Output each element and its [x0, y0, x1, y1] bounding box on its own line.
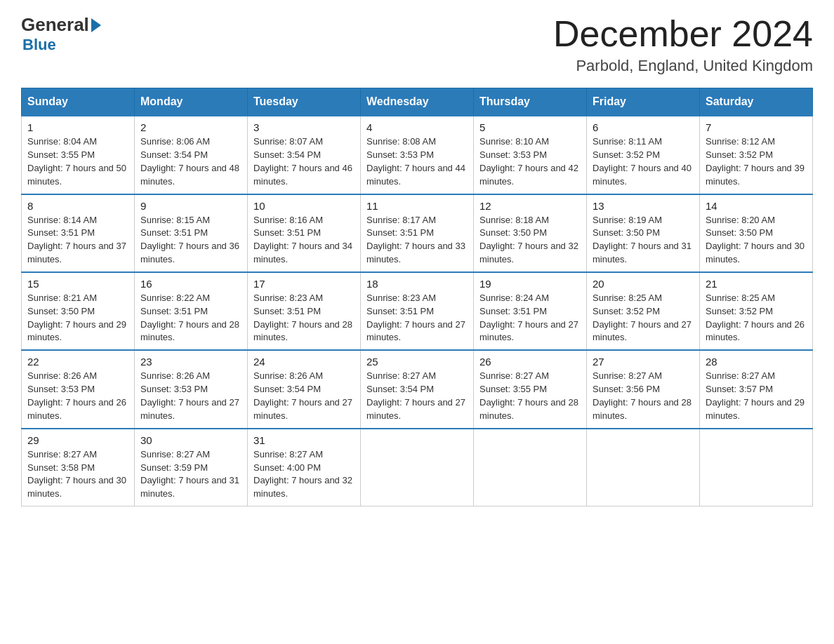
day-info: Sunrise: 8:27 AMSunset: 4:00 PMDaylight:… — [253, 448, 355, 501]
day-info: Sunrise: 8:23 AMSunset: 3:51 PMDaylight:… — [253, 292, 355, 344]
day-info: Sunrise: 8:19 AMSunset: 3:50 PMDaylight:… — [593, 214, 694, 267]
logo-arrow-icon — [91, 18, 101, 32]
day-number: 23 — [140, 356, 241, 368]
calendar-cell: 12Sunrise: 8:18 AMSunset: 3:50 PMDayligh… — [474, 194, 587, 272]
page-header: General Blue December 2024 Parbold, Engl… — [21, 14, 813, 75]
calendar-cell: 19Sunrise: 8:24 AMSunset: 3:51 PMDayligh… — [474, 272, 587, 350]
day-info: Sunrise: 8:27 AMSunset: 3:57 PMDaylight:… — [706, 370, 807, 422]
calendar-cell: 2Sunrise: 8:06 AMSunset: 3:54 PMDaylight… — [135, 116, 248, 194]
day-info: Sunrise: 8:12 AMSunset: 3:52 PMDaylight:… — [706, 135, 807, 188]
calendar-cell — [474, 429, 587, 507]
calendar-cell — [587, 429, 700, 507]
header-monday: Monday — [135, 88, 248, 116]
calendar-cell: 8Sunrise: 8:14 AMSunset: 3:51 PMDaylight… — [22, 194, 135, 272]
day-number: 16 — [140, 278, 241, 290]
day-number: 27 — [593, 356, 694, 368]
day-info: Sunrise: 8:24 AMSunset: 3:51 PMDaylight:… — [479, 292, 581, 344]
day-info: Sunrise: 8:25 AMSunset: 3:52 PMDaylight:… — [706, 292, 807, 344]
calendar-cell: 27Sunrise: 8:27 AMSunset: 3:56 PMDayligh… — [587, 350, 700, 428]
day-number: 7 — [706, 121, 807, 133]
calendar-week-row: 8Sunrise: 8:14 AMSunset: 3:51 PMDaylight… — [22, 194, 813, 272]
logo-blue-text: Blue — [22, 36, 56, 54]
header-saturday: Saturday — [700, 88, 813, 116]
calendar-cell: 28Sunrise: 8:27 AMSunset: 3:57 PMDayligh… — [700, 350, 813, 428]
day-info: Sunrise: 8:08 AMSunset: 3:53 PMDaylight:… — [366, 135, 468, 188]
calendar-cell: 17Sunrise: 8:23 AMSunset: 3:51 PMDayligh… — [248, 272, 361, 350]
day-number: 15 — [27, 278, 128, 290]
title-block: December 2024 Parbold, England, United K… — [553, 14, 813, 75]
day-number: 11 — [366, 200, 468, 212]
day-number: 10 — [253, 200, 355, 212]
day-info: Sunrise: 8:22 AMSunset: 3:51 PMDaylight:… — [140, 292, 241, 344]
calendar-cell: 30Sunrise: 8:27 AMSunset: 3:59 PMDayligh… — [135, 429, 248, 507]
day-info: Sunrise: 8:27 AMSunset: 3:59 PMDaylight:… — [140, 448, 241, 501]
day-number: 1 — [27, 121, 128, 133]
calendar-cell: 9Sunrise: 8:15 AMSunset: 3:51 PMDaylight… — [135, 194, 248, 272]
calendar-cell: 24Sunrise: 8:26 AMSunset: 3:54 PMDayligh… — [248, 350, 361, 428]
day-info: Sunrise: 8:06 AMSunset: 3:54 PMDaylight:… — [140, 135, 241, 188]
calendar-cell: 20Sunrise: 8:25 AMSunset: 3:52 PMDayligh… — [587, 272, 700, 350]
calendar-week-row: 29Sunrise: 8:27 AMSunset: 3:58 PMDayligh… — [22, 429, 813, 507]
day-number: 13 — [593, 200, 694, 212]
day-number: 24 — [253, 356, 355, 368]
day-info: Sunrise: 8:17 AMSunset: 3:51 PMDaylight:… — [366, 214, 468, 267]
calendar-cell: 14Sunrise: 8:20 AMSunset: 3:50 PMDayligh… — [700, 194, 813, 272]
calendar-cell: 7Sunrise: 8:12 AMSunset: 3:52 PMDaylight… — [700, 116, 813, 194]
day-number: 19 — [479, 278, 581, 290]
day-info: Sunrise: 8:27 AMSunset: 3:54 PMDaylight:… — [366, 370, 468, 422]
day-info: Sunrise: 8:11 AMSunset: 3:52 PMDaylight:… — [593, 135, 694, 188]
day-info: Sunrise: 8:16 AMSunset: 3:51 PMDaylight:… — [253, 214, 355, 267]
calendar-cell: 29Sunrise: 8:27 AMSunset: 3:58 PMDayligh… — [22, 429, 135, 507]
day-info: Sunrise: 8:25 AMSunset: 3:52 PMDaylight:… — [593, 292, 694, 344]
location-subtitle: Parbold, England, United Kingdom — [553, 57, 813, 75]
calendar-cell: 26Sunrise: 8:27 AMSunset: 3:55 PMDayligh… — [474, 350, 587, 428]
calendar-cell: 15Sunrise: 8:21 AMSunset: 3:50 PMDayligh… — [22, 272, 135, 350]
day-number: 8 — [27, 200, 128, 212]
day-info: Sunrise: 8:07 AMSunset: 3:54 PMDaylight:… — [253, 135, 355, 188]
day-number: 20 — [593, 278, 694, 290]
day-info: Sunrise: 8:26 AMSunset: 3:53 PMDaylight:… — [140, 370, 241, 422]
calendar-cell — [700, 429, 813, 507]
day-number: 14 — [706, 200, 807, 212]
calendar-cell: 23Sunrise: 8:26 AMSunset: 3:53 PMDayligh… — [135, 350, 248, 428]
calendar-cell: 31Sunrise: 8:27 AMSunset: 4:00 PMDayligh… — [248, 429, 361, 507]
calendar-week-row: 22Sunrise: 8:26 AMSunset: 3:53 PMDayligh… — [22, 350, 813, 428]
day-number: 9 — [140, 200, 241, 212]
day-info: Sunrise: 8:14 AMSunset: 3:51 PMDaylight:… — [27, 214, 128, 267]
day-number: 12 — [479, 200, 581, 212]
calendar-cell — [361, 429, 474, 507]
day-info: Sunrise: 8:04 AMSunset: 3:55 PMDaylight:… — [27, 135, 128, 188]
day-info: Sunrise: 8:10 AMSunset: 3:53 PMDaylight:… — [479, 135, 581, 188]
day-number: 18 — [366, 278, 468, 290]
calendar-header-row: SundayMondayTuesdayWednesdayThursdayFrid… — [22, 88, 813, 116]
day-info: Sunrise: 8:27 AMSunset: 3:56 PMDaylight:… — [593, 370, 694, 422]
day-info: Sunrise: 8:18 AMSunset: 3:50 PMDaylight:… — [479, 214, 581, 267]
day-number: 31 — [253, 434, 355, 446]
calendar-cell: 21Sunrise: 8:25 AMSunset: 3:52 PMDayligh… — [700, 272, 813, 350]
month-year-title: December 2024 — [553, 14, 813, 54]
day-number: 5 — [479, 121, 581, 133]
calendar-week-row: 15Sunrise: 8:21 AMSunset: 3:50 PMDayligh… — [22, 272, 813, 350]
day-number: 29 — [27, 434, 128, 446]
day-info: Sunrise: 8:27 AMSunset: 3:55 PMDaylight:… — [479, 370, 581, 422]
day-info: Sunrise: 8:27 AMSunset: 3:58 PMDaylight:… — [27, 448, 128, 501]
header-tuesday: Tuesday — [248, 88, 361, 116]
logo-general-text: General — [21, 14, 89, 36]
header-thursday: Thursday — [474, 88, 587, 116]
header-friday: Friday — [587, 88, 700, 116]
calendar-cell: 18Sunrise: 8:23 AMSunset: 3:51 PMDayligh… — [361, 272, 474, 350]
calendar-cell: 11Sunrise: 8:17 AMSunset: 3:51 PMDayligh… — [361, 194, 474, 272]
day-number: 4 — [366, 121, 468, 133]
calendar-week-row: 1Sunrise: 8:04 AMSunset: 3:55 PMDaylight… — [22, 116, 813, 194]
day-number: 28 — [706, 356, 807, 368]
calendar-table: SundayMondayTuesdayWednesdayThursdayFrid… — [21, 88, 813, 507]
header-sunday: Sunday — [22, 88, 135, 116]
day-number: 30 — [140, 434, 241, 446]
day-info: Sunrise: 8:23 AMSunset: 3:51 PMDaylight:… — [366, 292, 468, 344]
day-number: 25 — [366, 356, 468, 368]
logo: General Blue — [21, 14, 103, 54]
calendar-cell: 6Sunrise: 8:11 AMSunset: 3:52 PMDaylight… — [587, 116, 700, 194]
day-info: Sunrise: 8:20 AMSunset: 3:50 PMDaylight:… — [706, 214, 807, 267]
calendar-cell: 25Sunrise: 8:27 AMSunset: 3:54 PMDayligh… — [361, 350, 474, 428]
calendar-cell: 22Sunrise: 8:26 AMSunset: 3:53 PMDayligh… — [22, 350, 135, 428]
